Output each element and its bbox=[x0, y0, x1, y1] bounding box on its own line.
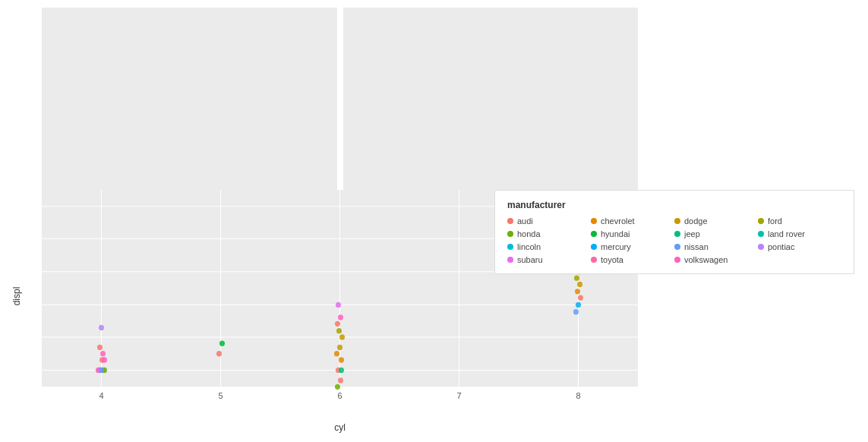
audi-dot bbox=[507, 218, 513, 224]
svg-point-60 bbox=[577, 282, 582, 287]
hyundai-label: hyundai bbox=[601, 229, 630, 238]
top-panels bbox=[42, 8, 638, 190]
dodge-label: dodge bbox=[684, 216, 708, 226]
volkswagen-label: volkswagen bbox=[684, 255, 728, 264]
volkswagen-dot bbox=[674, 257, 680, 263]
land-rover-label: land rover bbox=[768, 229, 805, 238]
legend-item-volkswagen: volkswagen bbox=[674, 255, 758, 264]
panel-left bbox=[42, 8, 337, 190]
x-axis-label: cyl bbox=[334, 422, 346, 433]
jeep-dot bbox=[674, 231, 680, 237]
y-axis-label: displ bbox=[11, 287, 22, 306]
svg-point-36 bbox=[219, 341, 225, 346]
legend-item-hyundai: hyundai bbox=[591, 229, 674, 238]
chevrolet-dot bbox=[591, 218, 597, 224]
legend-item-mercury: mercury bbox=[591, 242, 674, 251]
lincoln-label: lincoln bbox=[517, 242, 541, 251]
svg-point-47 bbox=[336, 302, 341, 308]
nissan-dot bbox=[674, 244, 680, 250]
dodge-dot bbox=[674, 218, 680, 224]
legend-item-dodge: dodge bbox=[674, 216, 758, 226]
nissan-label: nissan bbox=[684, 242, 709, 251]
svg-point-40 bbox=[339, 357, 344, 362]
svg-point-44 bbox=[336, 328, 342, 333]
svg-point-61 bbox=[575, 289, 580, 294]
land-rover-dot bbox=[758, 231, 764, 237]
legend-item-ford: ford bbox=[758, 216, 841, 226]
pontiac-label: pontiac bbox=[768, 242, 794, 251]
legend-item-toyota: toyota bbox=[591, 255, 674, 264]
honda-dot bbox=[507, 231, 513, 237]
svg-point-46 bbox=[338, 314, 343, 320]
svg-point-38 bbox=[338, 377, 343, 383]
svg-text:6: 6 bbox=[337, 391, 342, 400]
pontiac-dot bbox=[758, 244, 764, 250]
legend-item-honda: honda bbox=[507, 229, 591, 238]
hyundai-dot bbox=[591, 231, 597, 237]
lincoln-dot bbox=[507, 244, 513, 250]
svg-text:8: 8 bbox=[576, 391, 580, 400]
legend-item-audi: audi bbox=[507, 216, 591, 226]
svg-point-48 bbox=[339, 368, 344, 373]
svg-point-41 bbox=[334, 351, 339, 356]
legend-item-nissan: nissan bbox=[674, 242, 758, 251]
svg-point-35 bbox=[216, 351, 222, 356]
legend-item-pontiac: pontiac bbox=[758, 242, 841, 251]
svg-point-31 bbox=[100, 351, 106, 356]
svg-text:4: 4 bbox=[99, 391, 103, 400]
svg-point-43 bbox=[339, 334, 345, 339]
subaru-label: subaru bbox=[517, 255, 543, 264]
svg-text:7: 7 bbox=[456, 391, 461, 400]
svg-point-64 bbox=[573, 309, 579, 314]
svg-point-45 bbox=[335, 321, 340, 327]
honda-label: honda bbox=[517, 229, 541, 238]
svg-point-62 bbox=[578, 295, 583, 300]
legend-item-subaru: subaru bbox=[507, 255, 591, 264]
legend-title: manufacturer bbox=[507, 200, 841, 210]
svg-point-30 bbox=[102, 357, 107, 362]
svg-point-63 bbox=[576, 302, 581, 308]
legend: manufacturer audi chevrolet dodge ford bbox=[494, 190, 854, 274]
jeep-label: jeep bbox=[684, 229, 700, 238]
subaru-dot bbox=[507, 257, 513, 263]
legend-grid: audi chevrolet dodge ford honda hyunda bbox=[507, 216, 841, 264]
toyota-dot bbox=[591, 257, 597, 263]
chevrolet-label: chevrolet bbox=[601, 216, 635, 226]
mercury-label: mercury bbox=[601, 242, 631, 251]
ford-label: ford bbox=[768, 216, 782, 226]
main-container: displ cyl bbox=[0, 0, 868, 442]
audi-label: audi bbox=[517, 216, 533, 226]
svg-point-59 bbox=[574, 276, 579, 281]
toyota-label: toyota bbox=[601, 255, 623, 264]
legend-item-jeep: jeep bbox=[674, 229, 758, 238]
svg-point-34 bbox=[99, 325, 104, 330]
legend-item-land-rover: land rover bbox=[758, 229, 841, 238]
ford-dot bbox=[758, 218, 764, 224]
svg-point-42 bbox=[337, 345, 342, 350]
legend-item-lincoln: lincoln bbox=[507, 242, 591, 251]
svg-point-25 bbox=[97, 345, 103, 350]
svg-point-37 bbox=[335, 384, 340, 390]
svg-point-33 bbox=[99, 368, 104, 373]
panel-right bbox=[343, 8, 639, 190]
svg-text:5: 5 bbox=[218, 391, 223, 400]
mercury-dot bbox=[591, 244, 597, 250]
legend-item-chevrolet: chevrolet bbox=[591, 216, 674, 226]
